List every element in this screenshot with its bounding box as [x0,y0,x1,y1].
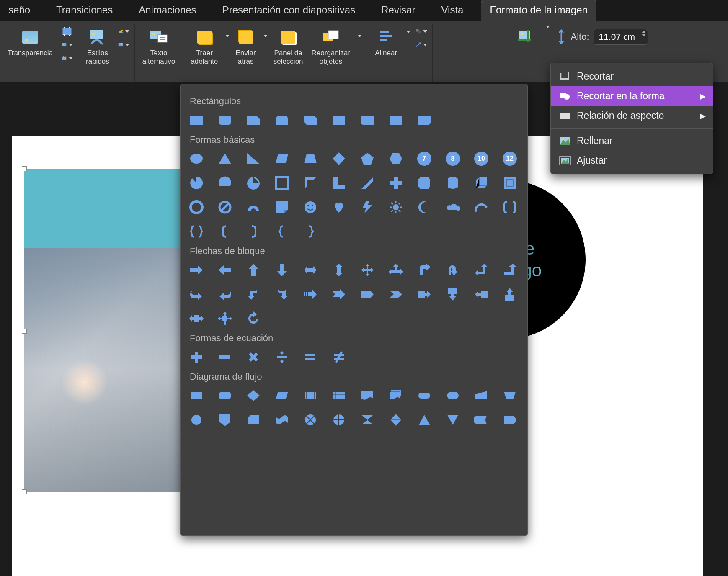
shape-arrow-left-up[interactable] [473,262,490,278]
rotate-icon[interactable] [416,39,427,51]
shape-arrow-curved-right[interactable] [188,286,205,303]
shape-arc[interactable] [473,199,490,216]
shape-flowchart-sort[interactable] [387,411,404,428]
shape-plaque[interactable] [416,175,433,191]
shape-double-bracket[interactable] [501,199,518,216]
shape-flowchart-manual-input[interactable] [473,387,490,404]
selection-handle[interactable] [22,329,27,334]
shape-flowchart-multidoc[interactable] [387,387,404,404]
shape-right-bracket[interactable] [245,223,262,240]
shape-arrow-bent[interactable] [416,262,433,278]
menu-item-recortar[interactable]: Recortar [551,67,713,86]
shape-flowchart-card[interactable] [245,411,262,428]
shape-right-triangle[interactable] [245,150,262,167]
quick-styles-button[interactable]: Estilos rápidos [83,26,112,67]
tab-animaciones[interactable]: Animaciones [130,0,204,21]
shape-block-arc[interactable] [245,199,262,216]
menu-item-relacion-aspecto[interactable]: Relación de aspecto ▶ [551,106,713,126]
shape-snip-same-side[interactable] [274,112,290,129]
shape-flowchart-internal-storage[interactable] [330,387,347,404]
shape-arrow-striped-right[interactable] [302,286,319,303]
shape-arrow-right-callout[interactable] [416,286,433,303]
shape-right-brace[interactable] [302,223,319,240]
teal-rectangle-shape[interactable] [24,169,183,248]
shape-arrow-up[interactable] [245,262,262,278]
shape-heptagon[interactable]: 7 [416,150,433,167]
shape-flowchart-collate[interactable] [359,411,376,428]
shape-arrow-left-right-callout[interactable] [188,310,205,327]
shape-equal[interactable] [302,349,319,365]
menu-item-recortar-forma[interactable]: Recortar en la forma ▶ [551,86,713,106]
shape-rectangle[interactable] [188,112,205,129]
shape-l-shape[interactable] [330,175,347,191]
shape-arrow-uturn[interactable] [444,262,461,278]
shape-flowchart-manual-op[interactable] [501,387,518,404]
shape-decagon[interactable]: 10 [473,150,490,167]
shape-donut[interactable] [188,199,205,216]
shape-bevel[interactable] [501,175,518,191]
shape-not-equal[interactable] [330,349,347,365]
shape-round-single-corner[interactable] [359,112,376,129]
shape-frame[interactable] [274,175,290,191]
reorder-objects-button[interactable]: Reorganizar objetos [309,26,353,67]
picture-effects-icon[interactable] [118,39,129,51]
shape-flowchart-preparation[interactable] [444,387,461,404]
shape-hexagon[interactable] [387,150,404,167]
shape-flowchart-decision[interactable] [245,387,262,404]
shape-left-bracket[interactable] [217,223,233,240]
shape-arrow-up-down[interactable] [330,262,347,278]
tab-formato-imagen[interactable]: Formato de la imagen [481,0,596,21]
shape-arrow-up-callout[interactable] [501,286,518,303]
shape-flowchart-document[interactable] [359,387,376,404]
shape-plus[interactable] [188,349,205,365]
send-backward-button[interactable]: Enviar atrás [233,26,258,67]
shape-moon[interactable] [416,199,433,216]
shape-cross[interactable] [387,175,404,191]
shape-cloud[interactable] [444,199,461,216]
shape-trapezoid[interactable] [302,150,319,167]
shape-left-brace[interactable] [274,223,290,240]
shape-rounded-rectangle[interactable] [217,112,233,129]
shape-minus[interactable] [217,349,233,365]
shape-flowchart-delay[interactable] [501,411,518,428]
menu-item-rellenar[interactable]: Rellenar [551,131,713,151]
compress-picture-icon[interactable] [61,26,73,37]
shape-arrow-left[interactable] [217,262,233,278]
shape-triangle[interactable] [217,150,233,167]
tab-revisar[interactable]: Revisar [373,0,423,21]
shape-chord[interactable] [217,175,233,191]
shape-multiply[interactable] [245,349,262,365]
shape-arrow-chevron[interactable] [387,286,404,303]
shape-diagonal-stripe[interactable] [359,175,376,191]
shape-division[interactable] [274,349,290,365]
shape-flowchart-connector[interactable] [188,411,205,428]
selection-handle[interactable] [22,489,27,494]
selection-pane-button[interactable]: Panel de selección [271,26,306,67]
shape-arrow-circular[interactable] [245,310,262,327]
shape-arrow-left-callout[interactable] [473,286,490,303]
shape-can[interactable] [444,175,461,191]
shape-arrow-down[interactable] [274,262,290,278]
shape-snip-single-corner[interactable] [245,112,262,129]
bring-forward-button[interactable]: Traer adelante [188,26,220,67]
shape-folded-corner[interactable] [274,199,290,216]
shape-flowchart-terminator[interactable] [416,387,433,404]
shape-flowchart-extract[interactable] [416,411,433,428]
shape-smiley[interactable] [302,199,319,216]
align-button[interactable]: Alinear [372,26,400,59]
shape-flowchart-data[interactable] [274,387,290,404]
alt-text-button[interactable]: Texto alternativo [140,26,178,67]
shape-pentagon[interactable] [359,150,376,167]
shape-arrow-left-right-up[interactable] [387,262,404,278]
shape-teardrop[interactable] [245,175,262,191]
shape-snip-diagonal[interactable] [302,112,319,129]
shape-arrow-curved-up[interactable] [245,286,262,303]
tab-presentacion-diapositivas[interactable]: Presentación con diapositivas [214,0,364,21]
height-input[interactable]: 11.07 cm [594,29,648,45]
selection-handle[interactable] [22,166,27,171]
shape-diamond[interactable] [330,150,347,167]
shape-flowchart-alternate[interactable] [217,387,233,404]
shape-flowchart-offpage[interactable] [217,411,233,428]
shape-half-frame[interactable] [302,175,319,191]
shape-no-symbol[interactable] [217,199,233,216]
